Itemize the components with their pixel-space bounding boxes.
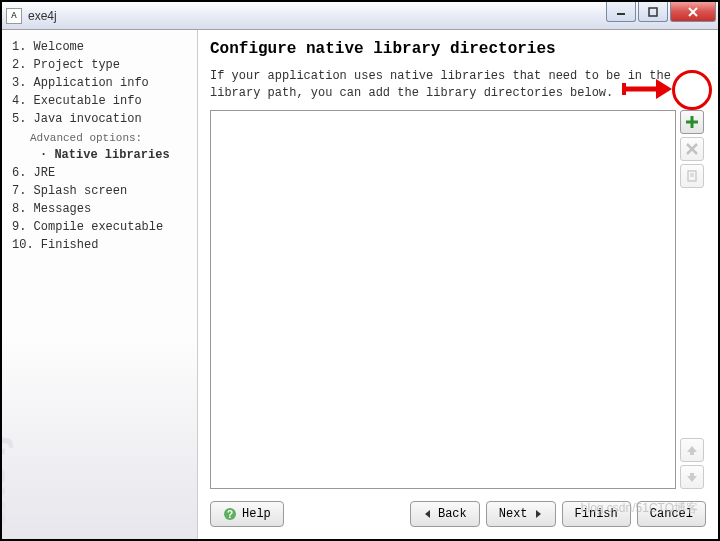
titlebar: A exe4j (2, 2, 718, 30)
app-icon: A (6, 8, 22, 24)
wizard-buttons: ? Help Back Next Finish Cancel (210, 497, 706, 529)
step-finished[interactable]: 10. Finished (12, 236, 187, 254)
content-area: 1. Welcome 2. Project type 3. Applicatio… (2, 30, 718, 539)
plus-icon (684, 114, 700, 130)
next-button[interactable]: Next (486, 501, 556, 527)
directory-list-area (210, 110, 706, 489)
step-compile-executable[interactable]: 9. Compile executable (12, 218, 187, 236)
move-up-button[interactable] (680, 438, 704, 462)
main-panel: Configure native library directories If … (198, 30, 718, 539)
step-application-info[interactable]: 3. Application info (12, 74, 187, 92)
svg-rect-1 (649, 8, 657, 16)
x-icon (685, 142, 699, 156)
back-arrow-icon (423, 509, 433, 519)
next-label: Next (499, 507, 528, 521)
help-icon: ? (223, 507, 237, 521)
wizard-sidebar: 1. Welcome 2. Project type 3. Applicatio… (2, 30, 198, 539)
add-button[interactable] (680, 110, 704, 134)
sidebar-logo: exe4j (0, 434, 14, 529)
page-description: If your application uses native librarie… (210, 68, 706, 102)
list-buttons (680, 110, 706, 489)
step-executable-info[interactable]: 4. Executable info (12, 92, 187, 110)
finish-button[interactable]: Finish (562, 501, 631, 527)
back-label: Back (438, 507, 467, 521)
step-messages[interactable]: 8. Messages (12, 200, 187, 218)
arrow-up-icon (685, 443, 699, 457)
back-button[interactable]: Back (410, 501, 480, 527)
remove-button[interactable] (680, 137, 704, 161)
svg-text:?: ? (227, 509, 233, 520)
page-title: Configure native library directories (210, 40, 706, 58)
advanced-options-label: Advanced options: (12, 130, 187, 146)
cancel-button[interactable]: Cancel (637, 501, 706, 527)
step-welcome[interactable]: 1. Welcome (12, 38, 187, 56)
directory-list[interactable] (210, 110, 676, 489)
close-button[interactable] (670, 2, 716, 22)
help-label: Help (242, 507, 271, 521)
maximize-button[interactable] (638, 2, 668, 22)
step-splash-screen[interactable]: 7. Splash screen (12, 182, 187, 200)
cancel-label: Cancel (650, 507, 693, 521)
step-java-invocation[interactable]: 5. Java invocation (12, 110, 187, 128)
move-down-button[interactable] (680, 465, 704, 489)
edit-button[interactable] (680, 164, 704, 188)
arrow-down-icon (685, 470, 699, 484)
minimize-button[interactable] (606, 2, 636, 22)
document-icon (685, 169, 699, 183)
step-jre[interactable]: 6. JRE (12, 164, 187, 182)
step-list: 1. Welcome 2. Project type 3. Applicatio… (12, 38, 187, 254)
finish-label: Finish (575, 507, 618, 521)
next-arrow-icon (533, 509, 543, 519)
window-controls (606, 2, 716, 22)
step-project-type[interactable]: 2. Project type (12, 56, 187, 74)
step-native-libraries[interactable]: · Native libraries (12, 146, 187, 164)
help-button[interactable]: ? Help (210, 501, 284, 527)
